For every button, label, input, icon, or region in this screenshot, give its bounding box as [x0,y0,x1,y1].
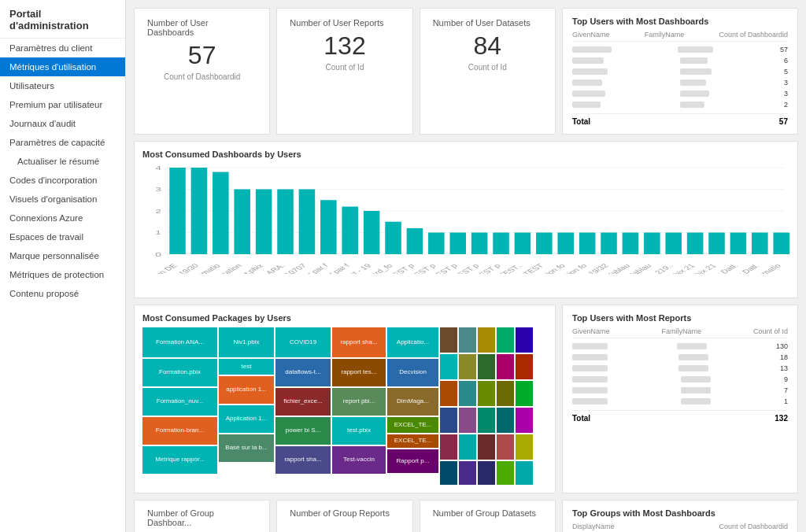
treemap-cell: fichier_exce... [275,388,331,416]
sidebar-item-métriques-d'utilisation[interactable]: Métriques d'utilisation [0,57,125,76]
treemap-cell: Basé sur la b... [219,434,274,462]
sidebar-item-métriques-de-protection[interactable]: Métriques de protection [0,265,125,284]
treemap-cell: Rapport p... [387,449,438,473]
treemap-cell: Applicatio... [387,327,438,357]
family-name-blur [680,91,709,97]
treemap-cell: application 1... [219,376,274,404]
svg-text:2: 2 [155,208,161,215]
treemap-cell-small [516,434,533,460]
kpi-dashboards-label: Number of User Dashboards [147,18,257,37]
treemap-cell: Niv1.pbix [219,327,274,357]
svg-text:1: 1 [155,229,161,236]
total-value-r: 132 [775,414,788,423]
treemap-cell: rapport sha... [275,446,331,474]
kpi-datasets-label: Number of User Datasets [433,18,542,28]
table-row: 18 [572,352,788,363]
treemap-cell: report pbi... [332,388,386,416]
bottom-kpi-reports-label: Number of Group Reports [290,508,399,518]
treemap-cell: EXCEL_TE... [387,434,438,448]
sidebar-item-premium-par-utilisateur[interactable]: Premium par utilisateur [0,95,125,114]
table-row: 1 [572,396,788,407]
bar [493,233,509,255]
treemap-cell: COVID19 [275,327,331,357]
top-users-reports-card: Top Users with Most Reports GivenName Fa… [562,305,798,493]
sidebar-item-contenu-proposé[interactable]: Contenu proposé [0,284,125,303]
treemap-container: Formation ANA...Formation.pbixFormation_… [142,327,547,485]
row-count: 2 [784,101,788,109]
treemap-cell-small [497,354,514,379]
bar-chart-title: Most Consumed Dashboards by Users [142,150,789,159]
bar [364,211,380,254]
table-row: 2 [572,99,788,110]
bar [299,190,316,255]
family-name-blur-r [677,343,707,349]
bottom-kpi-datasets-label: Number of Group Datasets [433,508,542,518]
treemap-cell-small [497,434,514,460]
col-given: GivenName [572,31,610,39]
treemap-cell-small [478,434,495,460]
sidebar-title: Portail d'administration [0,0,125,39]
family-name-blur [678,46,713,53]
sidebar-item-codes-d'incorporation[interactable]: Codes d'incorporation [0,171,125,190]
table-row: 130 [572,341,788,352]
treemap-cell-small [440,381,457,406]
row-count-r: 130 [776,342,788,350]
sidebar-item-espaces-de-travail[interactable]: Espaces de travail [0,227,125,246]
treemap-cell: Formation-bran... [142,417,217,445]
bar [773,233,789,255]
bar [601,233,617,255]
treemap-cell: Application 1... [219,405,274,433]
row-count-r: 9 [784,375,788,383]
row-count: 57 [780,46,788,54]
bar [191,168,208,254]
treemap-cell-small [459,461,476,485]
treemap-cell: test [219,359,274,375]
sidebar-item-actualiser-le-résumé[interactable]: Actualiser le résumé [0,152,125,171]
row-count: 5 [784,68,788,76]
bar-chart-area: 43210Formation DEKPIs - 19/30The Formati… [142,164,789,290]
family-name-blur-r [678,354,708,360]
kpi-reports-label: Number of User Reports [290,18,399,28]
family-name-blur-r [678,365,708,371]
sidebar-item-paramètres-de-capacité[interactable]: Paramètres de capacité [0,133,125,152]
treemap-cell-small [478,408,495,433]
bar [536,233,553,255]
sidebar-item-visuels-d'organisation[interactable]: Visuels d'organisation [0,190,125,209]
bar [385,222,401,254]
sidebar-item-marque-personnalisée[interactable]: Marque personnalisée [0,246,125,265]
treemap-cell-small [516,354,533,379]
treemap-cell-small [478,354,495,379]
treemap-cell-small [459,434,476,460]
bar [730,233,747,255]
treemap-cell: Formation_nuv... [142,388,217,416]
row-count: 6 [784,57,788,65]
family-name-blur-r [681,376,711,382]
treemap-cell: Formation ANA... [142,327,217,357]
table-row: 3 [572,88,788,99]
sidebar-item-paramètres-du-client[interactable]: Paramètres du client [0,39,125,57]
sidebar-item-journaux-d'audit[interactable]: Journaux d'audit [0,114,125,133]
bar-chart-svg: 43210Formation DEKPIs - 19/30The Formati… [142,164,789,274]
bar [752,233,768,255]
sidebar-item-connexions-azure[interactable]: Connexions Azure [0,209,125,227]
treemap-card: Most Consumed Packages by Users Formatio… [134,305,556,493]
top-users-reports-total: Total 132 [572,410,788,423]
treemap-cell-small [478,327,495,353]
total-label: Total [572,117,590,126]
kpi-datasets-value: 84 [433,32,542,60]
top-users-reports-title: Top Users with Most Reports [572,313,788,323]
given-name-blur [572,68,608,75]
bar [557,233,574,255]
sidebar-item-utilisateurs[interactable]: Utilisateurs [0,76,125,95]
table-row: 57 [572,44,788,55]
bar-chart-section: Most Consumed Dashboards by Users 43210F… [134,141,798,298]
treemap-cell: power bi S... [275,417,331,445]
bar [449,233,466,255]
given-name-blur [572,91,605,97]
treemap-cell-small [459,354,476,379]
bar [644,233,660,255]
treemap-cell-small [516,327,533,353]
svg-text:Formation DE: Formation DE [142,262,179,274]
given-name-blur [572,46,612,53]
bar [213,172,229,255]
